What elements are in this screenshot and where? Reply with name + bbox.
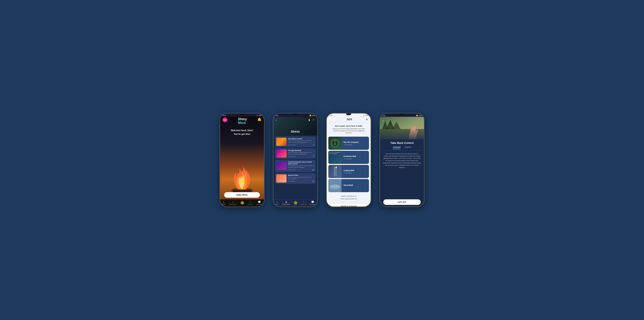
heart-outline-icon[interactable]: ♡ xyxy=(312,118,315,122)
phone3-screen: SOS ✕ Don't panic, we're here to help! B… xyxy=(327,117,370,207)
phone2: 9:27 📶 45% ‹ ⬇ ♡ Stress xyxy=(273,113,318,207)
course-bookmark-0: ⊟ xyxy=(313,144,314,146)
phone2-nav-masterclasses-label: Masterclasses xyxy=(282,204,290,205)
course-card-3[interactable]: Special Place Find your space of comfort… xyxy=(275,173,316,184)
home-icon: ⌂ xyxy=(223,201,224,203)
phone2-nav-masterclasses[interactable]: ★ Masterclasses xyxy=(282,201,290,205)
phone1-nav-messages-label: Messages xyxy=(256,204,262,205)
phone1-sos-badge[interactable]: SOS xyxy=(222,117,228,122)
star-icon-2: ★ xyxy=(285,201,287,203)
svg-point-16 xyxy=(330,185,340,188)
phone1-notch xyxy=(240,113,244,115)
phone3-exercise-list: N My Life Compass ⏱ 15 minutes xyxy=(327,135,370,193)
phone2-nav-home-label: Home xyxy=(275,204,278,205)
svg-text:N: N xyxy=(334,140,335,142)
sos-coping-img xyxy=(328,165,342,178)
course-meta-0: ⏱ 15 minutes ⊟ xyxy=(288,144,314,146)
sos-card-3[interactable]: Mood Bath xyxy=(328,179,369,192)
sos-card-1[interactable]: Be the Buzz You Wish to See in the World… xyxy=(328,151,369,164)
course-thumb-3 xyxy=(276,174,286,183)
phone3-sos-title: SOS xyxy=(347,118,352,121)
phone1-nav-avatar[interactable] xyxy=(240,201,244,204)
heart-icon-2: ♡ xyxy=(302,201,304,203)
course-meta-3: ⏱ 9 minutes 🔊 xyxy=(288,181,314,182)
messages-icon-2: 💬 xyxy=(311,201,314,203)
phone3-status-icons: ▲ 27% xyxy=(363,115,368,116)
sos-card-content-3: Mood Bath xyxy=(342,183,369,189)
phone3-close-btn[interactable]: ✕ xyxy=(366,118,368,121)
phone2-nav-gratitude[interactable]: ♡ Gratitude xyxy=(301,201,306,205)
course-time-2: ⏱ 10 minutes xyxy=(288,169,296,170)
phone1-time: 10:11 xyxy=(222,115,226,116)
phone3-sos-header: SOS ✕ xyxy=(327,117,370,122)
phone2-battery: 45% xyxy=(312,115,315,116)
phone1-welcome: Welcome back John! You've got this! xyxy=(220,129,264,136)
phone2-nav-messages[interactable]: 💬 Messages xyxy=(310,201,315,205)
phone4-time: 9:28 xyxy=(382,115,385,116)
phone2-hero-image: ‹ ⬇ ♡ Stress xyxy=(274,117,317,135)
phone2-nav-messages-label: Messages xyxy=(310,204,315,205)
course-bookmark-1: ⊟ xyxy=(313,155,314,157)
phone1-bottom-nav: ⌂ Home ☆ Masterclasses ♡ Gratitude xyxy=(220,199,264,207)
phone1-nav-gratitude[interactable]: ♡ Gratitude xyxy=(248,201,253,205)
phone1-nav-home[interactable]: ⌂ Home xyxy=(222,201,225,205)
bath-svg xyxy=(328,179,342,192)
phone3-battery: 27% xyxy=(365,115,368,116)
course-desc-3: Find your space of comfort and calm in t… xyxy=(288,177,314,180)
phone3-dont-panic: Don't panic, we're here to help! xyxy=(330,125,367,127)
course-time-3: ⏱ 9 minutes xyxy=(288,181,295,182)
sos-compass-img: N xyxy=(328,137,342,150)
phone4-hero-area: ‹ xyxy=(380,117,424,139)
bell-icon[interactable]: 🔔 xyxy=(258,117,262,121)
phone1-nav-masterclasses[interactable]: ☆ Masterclasses xyxy=(229,201,237,205)
daily-shine-button[interactable]: Daily Shine xyxy=(224,192,260,198)
phone2-nav-avatar[interactable] xyxy=(294,201,297,204)
phone1-nav-messages[interactable]: 💬 Messages xyxy=(256,201,262,205)
back-icon[interactable]: ‹ xyxy=(276,118,277,122)
sos-card-title-2: Coping Well xyxy=(344,169,367,171)
course-card-0[interactable]: Take Back Control There are some things … xyxy=(275,136,316,147)
course-speaker-2: 🔊 xyxy=(312,169,314,171)
speak-to-someone-button[interactable]: Speak to someone xyxy=(330,203,367,207)
phone4-back-btn[interactable]: ‹ xyxy=(382,119,384,122)
phone4-description: There are some things in life over which… xyxy=(383,153,421,169)
phone1-welcome-line2: You've got this! xyxy=(220,132,264,136)
phone4-tab-science[interactable]: SCIENCE xyxy=(405,146,411,149)
course-title-3: Special Place xyxy=(288,174,314,176)
phone1-body: SOS Shiny Mind 🔔 Welcome back John! You'… xyxy=(220,117,264,207)
sos-card-time-2: ⏱ 5 minutes xyxy=(344,172,367,174)
course-title-2: Transforming the way we think about stre… xyxy=(288,161,314,165)
phone3-time: 3:29 xyxy=(329,115,332,116)
course-card-1[interactable]: Thought Busting We're all capable of neg… xyxy=(275,148,316,159)
course-info-2: Transforming the way we think about stre… xyxy=(288,161,314,171)
sos-card-0[interactable]: N My Life Compass ⏱ 15 minutes xyxy=(328,137,369,150)
sos-card-2[interactable]: Coping Well ⏱ 5 minutes xyxy=(328,165,369,178)
phone2-wifi-icon: 📶 xyxy=(310,115,311,116)
phone4-tab-overview[interactable]: OVERVIEW xyxy=(393,146,401,149)
lets-go-button[interactable]: Let's Go! xyxy=(383,199,421,205)
course-info-0: Take Back Control There are some things … xyxy=(288,138,314,146)
course-card-2[interactable]: Transforming the way we think about stre… xyxy=(275,160,316,172)
phone3-sos-contact: Website: samaritans.org Email: jo@samari… xyxy=(327,193,370,202)
phone1-wrapper: 10:11 ▲ 12% SOS xyxy=(218,111,266,209)
course-desc-1: We're all capable of negative thinking –… xyxy=(288,152,314,155)
phone4-notch xyxy=(400,113,404,115)
phone1-welcome-line1: Welcome back John! xyxy=(220,129,264,132)
phone1-nav-home-label: Home xyxy=(222,204,225,205)
phone4-battery: 45% xyxy=(418,115,422,116)
sos-card-title-1: Positivity Well xyxy=(344,155,367,157)
phone4-wifi-icon: 📶 xyxy=(416,115,418,116)
phone3-website: Website: samaritans.org xyxy=(328,195,369,198)
sos-card-time-0: ⏱ 15 minutes xyxy=(344,144,367,145)
phone2-bottom-nav: ⌂ Home ★ Masterclasses ♡ Gratitude xyxy=(274,199,317,207)
phone4-title: Take Back Control xyxy=(383,141,421,144)
download-icon[interactable]: ⬇ xyxy=(308,118,310,122)
phone1-header-row: SOS Shiny Mind 🔔 xyxy=(220,117,264,125)
svg-rect-8 xyxy=(336,167,336,176)
phone3-sos-hero: Don't panic, we're here to help! Below y… xyxy=(327,122,370,135)
phone2-nav-home[interactable]: ⌂ Home xyxy=(275,201,278,205)
phone1-logo: Shiny Mind xyxy=(238,117,247,125)
course-meta-1: ⏱ 20 minutes ⊟ xyxy=(288,155,314,157)
phone4-status-icons: 📶 45% xyxy=(416,115,422,116)
phone1-fire-visual xyxy=(226,153,258,194)
